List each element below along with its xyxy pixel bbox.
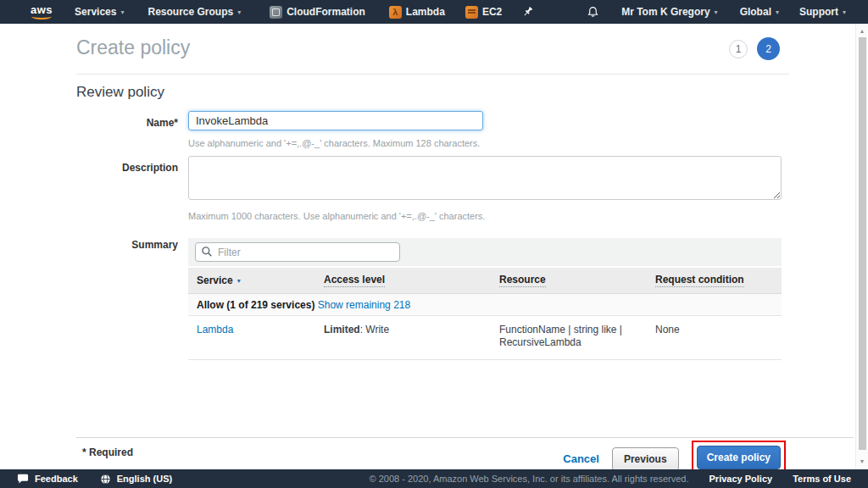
cancel-button[interactable]: Cancel [563, 452, 599, 465]
notifications-button[interactable] [587, 5, 599, 19]
nav-shortcut-cloudformation[interactable]: CloudFormation [270, 6, 365, 19]
column-header-service[interactable]: Service ▾ [188, 274, 315, 286]
allow-group-label: Allow (1 of 219 services) [197, 299, 314, 311]
access-level-bold: Limited [324, 324, 360, 336]
show-remaining-link[interactable]: Show remaining 218 [318, 299, 410, 311]
page-title: Create policy [76, 36, 190, 59]
chevron-down-icon: ▾ [776, 8, 779, 16]
feedback-button[interactable]: Feedback [17, 474, 78, 485]
access-level-rest: : Write [360, 324, 389, 336]
service-lambda-link[interactable]: Lambda [197, 324, 233, 336]
lambda-icon: λ [389, 6, 402, 19]
sort-descending-icon: ▾ [237, 277, 241, 285]
aws-logo[interactable]: aws [31, 5, 53, 19]
policy-name-input[interactable] [188, 111, 483, 130]
language-selector[interactable]: English (US) [100, 474, 172, 485]
account-name-label: Mr Tom K Gregory [621, 6, 709, 18]
scroll-up-icon[interactable]: ▲ [856, 28, 868, 34]
column-resource-label: Resource [499, 274, 546, 287]
column-request-condition-label: Request condition [655, 274, 744, 287]
resource-line-2: RecursiveLambda [499, 336, 647, 349]
chevron-down-icon: ▾ [843, 8, 846, 16]
scrollbar-thumb[interactable] [859, 37, 866, 450]
allow-group-row: Allow (1 of 219 services) Show remaining… [188, 294, 782, 316]
summary-table-header: Service ▾ Access level Resource Request … [188, 266, 782, 294]
table-row: Lambda Limited: Write FunctionName | str… [188, 316, 782, 360]
resource-line-1: FunctionName | string like | [499, 324, 647, 336]
nav-shortcut-lambda[interactable]: λ Lambda [389, 6, 445, 19]
feedback-bubble-icon [17, 474, 29, 485]
column-access-level-label: Access level [324, 274, 385, 287]
region-menu[interactable]: Global ▾ [740, 6, 779, 18]
ec2-icon [465, 6, 478, 19]
chevron-down-icon: ▾ [120, 8, 124, 16]
globe-icon [100, 474, 111, 485]
wizard-step-1[interactable]: 1 [729, 40, 748, 58]
nav-cloudformation-label: CloudFormation [287, 6, 365, 18]
access-level-cell: Limited: Write [315, 324, 491, 349]
top-nav-right: Mr Tom K Gregory ▾ Global ▾ Support ▾ [587, 5, 846, 19]
description-helper-text: Maximum 1000 characters. Use alphanumeri… [188, 211, 485, 221]
scroll-down-icon[interactable]: ▼ [856, 458, 868, 464]
wizard-footer: * Required Cancel Previous Create policy [76, 437, 854, 469]
language-label: English (US) [117, 474, 172, 484]
aws-smile-icon [31, 14, 52, 19]
nav-shortcut-ec2[interactable]: EC2 [465, 6, 502, 19]
copyright-text: © 2008 - 2020, Amazon Web Services, Inc.… [370, 474, 689, 484]
vertical-scrollbar: ▲ ▼ [855, 24, 868, 469]
name-helper-text: Use alphanumeric and '+=,.@-_' character… [188, 138, 480, 148]
nav-services-menu[interactable]: Services ▾ [75, 6, 124, 18]
header-divider [76, 74, 789, 75]
support-label: Support [799, 6, 838, 18]
region-label: Global [740, 6, 771, 18]
wizard-steps: 1 2 [729, 37, 780, 60]
nav-services-label: Services [75, 6, 116, 18]
required-note: * Required [82, 446, 133, 458]
support-menu[interactable]: Support ▾ [799, 6, 846, 18]
aws-logo-text: aws [31, 5, 53, 14]
policy-description-textarea[interactable] [188, 156, 782, 200]
column-header-resource[interactable]: Resource [491, 274, 647, 287]
cloudformation-icon [270, 6, 282, 19]
bottom-bar: Feedback English (US) © 2008 - 2020, Ama… [0, 469, 868, 488]
search-icon [201, 246, 213, 258]
previous-button[interactable]: Previous [612, 447, 679, 471]
column-header-access-level[interactable]: Access level [315, 274, 491, 287]
pin-shortcuts-button[interactable] [522, 6, 533, 18]
feedback-label: Feedback [35, 474, 78, 484]
request-condition-cell: None [647, 324, 782, 349]
summary-filter-bar [188, 238, 782, 266]
summary-label: Summary [76, 239, 178, 251]
chevron-down-icon: ▾ [715, 8, 718, 16]
terms-of-use-link[interactable]: Terms of Use [793, 474, 851, 484]
chevron-down-icon: ▾ [237, 8, 241, 16]
nav-resource-groups-menu[interactable]: Resource Groups ▾ [147, 6, 241, 18]
nav-ec2-label: EC2 [482, 6, 502, 18]
nav-resource-groups-label: Resource Groups [147, 6, 233, 18]
pin-icon [522, 6, 533, 18]
resource-cell: FunctionName | string like | RecursiveLa… [491, 324, 647, 349]
nav-lambda-label: Lambda [406, 6, 445, 18]
summary-table: Service ▾ Access level Resource Request … [188, 238, 782, 360]
column-service-label: Service [197, 274, 233, 286]
wizard-step-2-active[interactable]: 2 [757, 37, 780, 60]
column-header-request-condition[interactable]: Request condition [647, 274, 782, 287]
account-menu[interactable]: Mr Tom K Gregory ▾ [621, 6, 717, 18]
summary-filter-input[interactable] [195, 242, 400, 262]
description-field-label: Description [76, 162, 178, 174]
name-field-label: Name* [76, 117, 178, 129]
bell-icon [587, 5, 599, 19]
privacy-policy-link[interactable]: Privacy Policy [709, 474, 773, 484]
top-nav-bar: aws Services ▾ Resource Groups ▾ CloudFo… [0, 0, 868, 24]
create-policy-button[interactable]: Create policy [697, 446, 781, 469]
section-title: Review policy [76, 84, 164, 101]
